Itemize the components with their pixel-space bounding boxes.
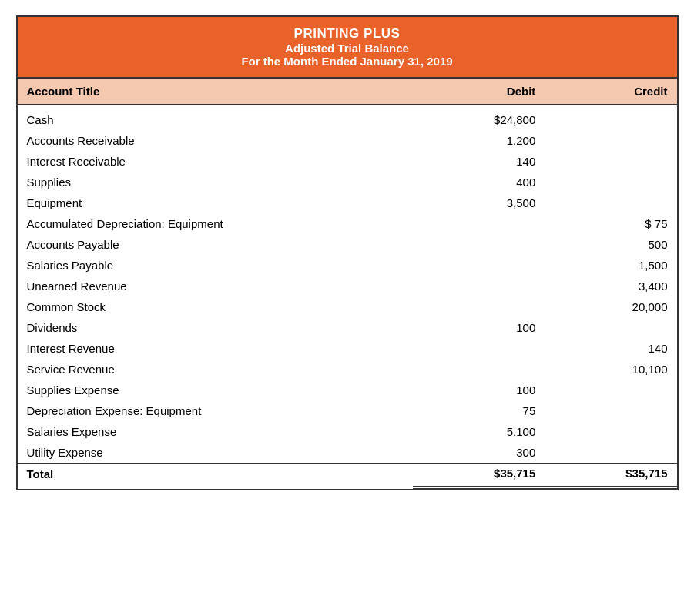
debit-cell (413, 276, 545, 296)
table-row: Salaries Expense5,100 (18, 421, 677, 442)
table-row: Interest Revenue140 (18, 338, 677, 359)
account-cell: Dividends (18, 317, 414, 338)
credit-cell (545, 442, 676, 464)
table-row: Dividends100 (18, 317, 677, 338)
account-cell: Salaries Payable (18, 255, 414, 276)
account-cell: Equipment (18, 192, 414, 213)
credit-cell (545, 192, 676, 213)
account-cell: Accounts Receivable (18, 130, 414, 151)
account-cell: Depreciation Expense: Equipment (18, 400, 414, 421)
table-row: Cash$24,800 (18, 105, 677, 130)
debit-cell: 3,500 (413, 192, 545, 213)
account-title-header: Account Title (18, 79, 414, 105)
credit-header: Credit (545, 79, 676, 105)
debit-cell: 400 (413, 172, 545, 192)
table-row: Depreciation Expense: Equipment75 (18, 400, 677, 421)
credit-cell: 3,400 (545, 276, 676, 296)
debit-cell: 5,100 (413, 421, 545, 442)
credit-cell (545, 421, 676, 442)
table-row: Accounts Payable500 (18, 234, 677, 255)
debit-cell: 140 (413, 151, 545, 172)
report-container: PRINTING PLUS Adjusted Trial Balance For… (16, 15, 679, 490)
table-header-row: Account Title Debit Credit (18, 79, 677, 105)
debit-cell (413, 255, 545, 276)
account-cell: Common Stock (18, 296, 414, 317)
account-cell: Utility Expense (18, 442, 414, 464)
debit-cell: 300 (413, 442, 545, 464)
table-row: Common Stock20,000 (18, 296, 677, 317)
total-credit: $35,715 (545, 464, 676, 488)
trial-balance-table: Account Title Debit Credit Cash$24,800Ac… (18, 79, 677, 489)
credit-cell: 1,500 (545, 255, 676, 276)
table-row: Equipment3,500 (18, 192, 677, 213)
total-debit: $35,715 (413, 464, 545, 488)
credit-cell (545, 380, 676, 400)
credit-cell (545, 105, 676, 130)
total-label: Total (18, 464, 414, 488)
table-row: Accumulated Depreciation: Equipment$ 75 (18, 213, 677, 234)
company-name: PRINTING PLUS (24, 26, 671, 42)
table-row: Salaries Payable1,500 (18, 255, 677, 276)
account-cell: Supplies Expense (18, 380, 414, 400)
debit-cell (413, 338, 545, 359)
debit-cell: 100 (413, 380, 545, 400)
debit-cell (413, 296, 545, 317)
table-row: Supplies400 (18, 172, 677, 192)
credit-cell (545, 317, 676, 338)
table-row: Interest Receivable140 (18, 151, 677, 172)
credit-cell: 10,100 (545, 359, 676, 380)
report-header: PRINTING PLUS Adjusted Trial Balance For… (18, 17, 677, 79)
credit-cell (545, 130, 676, 151)
table-row: Utility Expense300 (18, 442, 677, 464)
account-cell: Service Revenue (18, 359, 414, 380)
credit-cell: $ 75 (545, 213, 676, 234)
debit-cell: 1,200 (413, 130, 545, 151)
debit-cell (413, 234, 545, 255)
credit-cell: 20,000 (545, 296, 676, 317)
account-cell: Accounts Payable (18, 234, 414, 255)
account-cell: Supplies (18, 172, 414, 192)
total-row: Total$35,715$35,715 (18, 464, 677, 488)
credit-cell (545, 151, 676, 172)
debit-cell: 75 (413, 400, 545, 421)
table-row: Unearned Revenue3,400 (18, 276, 677, 296)
account-cell: Interest Receivable (18, 151, 414, 172)
table-row: Accounts Receivable1,200 (18, 130, 677, 151)
account-cell: Interest Revenue (18, 338, 414, 359)
debit-cell (413, 213, 545, 234)
account-cell: Salaries Expense (18, 421, 414, 442)
debit-cell: $24,800 (413, 105, 545, 130)
report-period: For the Month Ended January 31, 2019 (24, 55, 671, 68)
debit-header: Debit (413, 79, 545, 105)
account-cell: Unearned Revenue (18, 276, 414, 296)
debit-cell (413, 359, 545, 380)
debit-cell: 100 (413, 317, 545, 338)
credit-cell: 140 (545, 338, 676, 359)
account-cell: Cash (18, 105, 414, 130)
account-cell: Accumulated Depreciation: Equipment (18, 213, 414, 234)
credit-cell (545, 172, 676, 192)
credit-cell (545, 400, 676, 421)
credit-cell: 500 (545, 234, 676, 255)
report-title: Adjusted Trial Balance (24, 42, 671, 55)
table-row: Supplies Expense100 (18, 380, 677, 400)
table-row: Service Revenue10,100 (18, 359, 677, 380)
